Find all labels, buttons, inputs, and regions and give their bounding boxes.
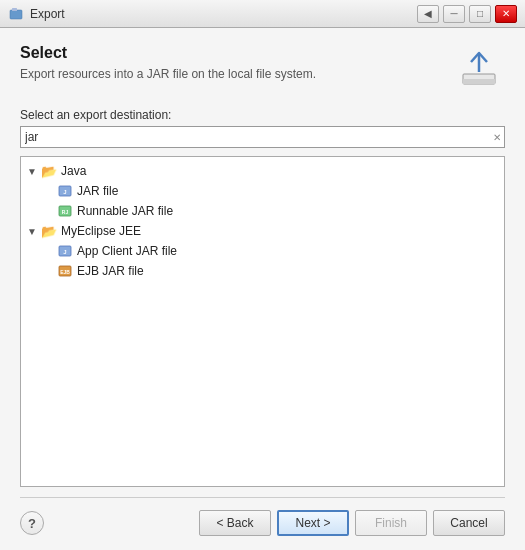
app-client-jar-icon: J bbox=[57, 243, 73, 259]
dialog-content: Select Export resources into a JAR file … bbox=[0, 28, 525, 550]
tree-item-jar-file[interactable]: ▶ J JAR file bbox=[21, 181, 504, 201]
title-bar-controls: ◀ ─ □ ✕ bbox=[417, 5, 517, 23]
tree-label-java: Java bbox=[61, 164, 86, 178]
back-button[interactable]: < Back bbox=[199, 510, 271, 536]
destination-label: Select an export destination: bbox=[20, 108, 505, 122]
clear-icon[interactable]: ✕ bbox=[493, 132, 501, 143]
minimize-button[interactable]: ─ bbox=[443, 5, 465, 23]
svg-text:EJB: EJB bbox=[60, 269, 70, 275]
tree-label-runnable-jar: Runnable JAR file bbox=[77, 204, 173, 218]
separator bbox=[20, 497, 505, 498]
header-text: Select Export resources into a JAR file … bbox=[20, 44, 453, 83]
svg-rect-3 bbox=[463, 79, 495, 84]
runnable-jar-icon: RJ bbox=[57, 203, 73, 219]
title-bar-icon bbox=[8, 6, 24, 22]
tree-item-java[interactable]: ▼ 📂 Java bbox=[21, 161, 504, 181]
header-description: Export resources into a JAR file on the … bbox=[20, 66, 453, 83]
finish-button[interactable]: Finish bbox=[355, 510, 427, 536]
tree-item-myeclipse-jee[interactable]: ▼ 📂 MyEclipse JEE bbox=[21, 221, 504, 241]
tree-label-jar-file: JAR file bbox=[77, 184, 118, 198]
tree-toggle-java[interactable]: ▼ bbox=[25, 164, 39, 178]
help-button[interactable]: ? bbox=[20, 511, 44, 535]
jar-file-icon: J bbox=[57, 183, 73, 199]
maximize-button[interactable]: □ bbox=[469, 5, 491, 23]
svg-text:RJ: RJ bbox=[62, 209, 69, 215]
svg-rect-1 bbox=[12, 8, 17, 11]
header-section: Select Export resources into a JAR file … bbox=[20, 44, 505, 92]
tree-view[interactable]: ▼ 📂 Java ▶ J JAR file ▶ bbox=[20, 156, 505, 487]
cancel-button[interactable]: Cancel bbox=[433, 510, 505, 536]
tree-item-app-client-jar[interactable]: ▶ J App Client JAR file bbox=[21, 241, 504, 261]
folder-icon-myeclipse: 📂 bbox=[41, 223, 57, 239]
tree-label-app-client-jar: App Client JAR file bbox=[77, 244, 177, 258]
tree-label-ejb-jar: EJB JAR file bbox=[77, 264, 144, 278]
tree-label-myeclipse-jee: MyEclipse JEE bbox=[61, 224, 141, 238]
header-title: Select bbox=[20, 44, 453, 62]
tree-item-ejb-jar[interactable]: ▶ EJB EJB JAR file bbox=[21, 261, 504, 281]
close-button[interactable]: ✕ bbox=[495, 5, 517, 23]
folder-icon-java: 📂 bbox=[41, 163, 57, 179]
tree-item-runnable-jar[interactable]: ▶ RJ Runnable JAR file bbox=[21, 201, 504, 221]
search-input[interactable] bbox=[20, 126, 505, 148]
button-bar-right: < Back Next > Finish Cancel bbox=[199, 510, 505, 536]
form-section: Select an export destination: ✕ ▼ 📂 Java… bbox=[20, 108, 505, 487]
next-button[interactable]: Next > bbox=[277, 510, 349, 536]
svg-text:J: J bbox=[63, 249, 66, 255]
title-bar-title: Export bbox=[30, 7, 417, 21]
search-input-container: ✕ bbox=[20, 126, 505, 148]
ejb-jar-icon: EJB bbox=[57, 263, 73, 279]
tree-toggle-myeclipse[interactable]: ▼ bbox=[25, 224, 39, 238]
title-bar: Export ◀ ─ □ ✕ bbox=[0, 0, 525, 28]
back-button[interactable]: ◀ bbox=[417, 5, 439, 23]
svg-text:J: J bbox=[63, 189, 66, 195]
button-bar-left: ? bbox=[20, 511, 44, 535]
export-icon bbox=[453, 44, 505, 92]
svg-rect-0 bbox=[10, 10, 22, 19]
button-bar: ? < Back Next > Finish Cancel bbox=[20, 506, 505, 538]
